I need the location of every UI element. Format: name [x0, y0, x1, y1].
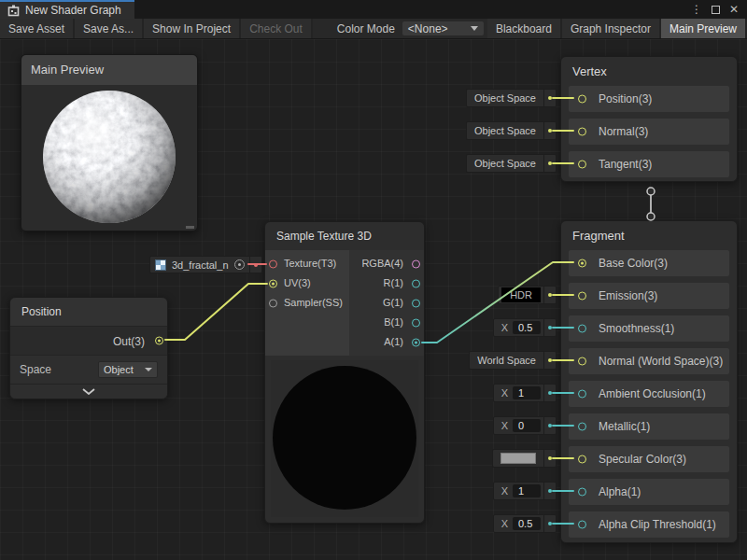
- port-b-output[interactable]: [412, 318, 420, 327]
- fragment-row-specular-color-label: Specular Color(3): [599, 453, 686, 466]
- specular-color-swatch[interactable]: [500, 453, 536, 464]
- collapse-preview-toggle[interactable]: [10, 384, 167, 399]
- graph-toolbar: Save Asset Save As... Show In Project Ch…: [0, 19, 747, 39]
- port-position-out[interactable]: [155, 337, 163, 345]
- alpha-value-field[interactable]: 1: [513, 484, 541, 497]
- ambient-occlusion-value-pill[interactable]: X 1: [493, 384, 557, 402]
- main-preview-viewport[interactable]: [21, 85, 197, 231]
- port-alpha-clip-threshold[interactable]: [578, 521, 586, 529]
- output-row-g[interactable]: G(1): [349, 293, 424, 313]
- vertex-fragment-connector[interactable]: [647, 188, 655, 220]
- fragment-row-normal-ws[interactable]: Normal (World Space)(3): [569, 348, 729, 374]
- port-tangent[interactable]: [578, 161, 586, 169]
- blackboard-toggle-button[interactable]: Blackboard: [487, 19, 562, 38]
- output-g-label: G(1): [383, 297, 403, 308]
- input-row-texture[interactable]: Texture(T3): [265, 254, 349, 273]
- smoothness-value-field[interactable]: 0.5: [513, 321, 541, 334]
- port-texture-input[interactable]: [269, 259, 277, 268]
- shader-graph-icon: [7, 5, 20, 17]
- metallic-value-pill[interactable]: X 0: [493, 416, 557, 435]
- port-sampler-input[interactable]: [269, 299, 277, 307]
- port-g-output[interactable]: [412, 299, 420, 307]
- port-r-output[interactable]: [412, 279, 420, 287]
- fragment-row-emission-label: Emission(3): [599, 289, 657, 302]
- vertex-row-position[interactable]: Position(3): [569, 86, 729, 112]
- vertex-row-tangent[interactable]: Tangent(3): [569, 151, 729, 177]
- port-ambient-occlusion[interactable]: [578, 390, 586, 399]
- position-space-pill[interactable]: Object Space: [466, 89, 557, 107]
- close-icon[interactable]: ✕: [726, 2, 741, 17]
- fragment-row-normal-ws-label: Normal (World Space)(3): [599, 355, 723, 368]
- normal-space-pill-fragment[interactable]: World Space: [469, 351, 557, 370]
- dropdown-arrow-icon: [471, 26, 478, 31]
- alpha-value-pill[interactable]: X 1: [493, 482, 557, 500]
- vertex-node-title: Vertex: [561, 57, 737, 86]
- specular-color-pill[interactable]: [492, 449, 557, 468]
- space-dropdown[interactable]: Object: [98, 361, 158, 378]
- fragment-row-alpha-clip[interactable]: Alpha Clip Threshold(1): [569, 511, 729, 538]
- port-normal[interactable]: [578, 128, 586, 136]
- world-space-pill-label: World Space: [470, 355, 543, 366]
- save-as-button[interactable]: Save As...: [75, 19, 144, 38]
- output-row-a[interactable]: A(1): [349, 332, 424, 352]
- normal-space-pill[interactable]: Object Space: [466, 121, 557, 140]
- port-specular-color[interactable]: [578, 455, 586, 464]
- fragment-row-smoothness[interactable]: Smoothness(1): [569, 315, 729, 342]
- chevron-down-icon: [82, 388, 95, 395]
- smoothness-value-pill[interactable]: X 0.5: [493, 318, 557, 337]
- fragment-row-base-color[interactable]: Base Color(3): [569, 250, 729, 276]
- output-row-b[interactable]: B(1): [349, 313, 424, 332]
- port-metallic[interactable]: [578, 423, 586, 431]
- metallic-value-field[interactable]: 0: [513, 419, 541, 432]
- sample-texture-3d-title: Sample Texture 3D: [265, 222, 424, 250]
- fragment-row-ambient-occlusion[interactable]: Ambient Occlusion(1): [569, 381, 729, 407]
- vertex-row-normal[interactable]: Normal(3): [569, 119, 729, 145]
- main-preview-header[interactable]: Main Preview: [21, 55, 197, 85]
- port-uv-input[interactable]: [269, 279, 277, 287]
- color-mode-dropdown[interactable]: <None>: [402, 21, 484, 35]
- tab-shader-graph[interactable]: New Shader Graph: [0, 0, 134, 19]
- resize-handle[interactable]: [186, 226, 194, 229]
- port-normal-world-space[interactable]: [578, 357, 586, 366]
- maximize-icon[interactable]: [708, 2, 723, 17]
- edge-position-out-to-uv[interactable]: [165, 284, 267, 340]
- alpha-clip-value-field[interactable]: 0.5: [513, 517, 541, 530]
- port-a-output[interactable]: [412, 338, 420, 346]
- kebab-menu-icon[interactable]: ⋮: [689, 2, 704, 17]
- main-preview-toggle-button[interactable]: Main Preview: [661, 19, 747, 38]
- hdr-color-swatch[interactable]: HDR: [501, 287, 541, 302]
- graph-inspector-toggle-button[interactable]: Graph Inspector: [562, 19, 661, 38]
- graph-canvas[interactable]: Main Preview: [0, 39, 747, 560]
- x-component-label: X: [494, 420, 513, 431]
- output-row-rgba[interactable]: RGBA(4): [349, 254, 424, 273]
- fragment-row-specular-color[interactable]: Specular Color(3): [569, 446, 729, 472]
- port-smoothness[interactable]: [578, 325, 586, 333]
- port-base-color[interactable]: [578, 259, 586, 268]
- alpha-clip-value-pill[interactable]: X 0.5: [493, 514, 557, 533]
- output-row-r[interactable]: R(1): [349, 273, 424, 293]
- fragment-row-emission[interactable]: Emission(3): [569, 283, 729, 309]
- save-asset-button[interactable]: Save Asset: [0, 19, 75, 38]
- space-label: Space: [20, 363, 51, 376]
- port-position[interactable]: [578, 95, 586, 104]
- input-row-uv[interactable]: UV(3): [265, 273, 349, 293]
- port-alpha[interactable]: [578, 488, 586, 497]
- vertex-row-position-label: Position(3): [599, 92, 652, 105]
- sample-texture-3d-node[interactable]: Sample Texture 3D Texture(T3) UV(3) Samp…: [264, 221, 425, 524]
- position-out-row[interactable]: Out(3): [10, 326, 167, 356]
- input-row-sampler[interactable]: Sampler(SS): [265, 293, 349, 313]
- fragment-node[interactable]: Fragment Base Color(3) Emission(3) Smoot…: [560, 220, 738, 543]
- texture-asset-field[interactable]: 3d_fractal_n: [149, 256, 262, 273]
- port-emission[interactable]: [578, 292, 586, 301]
- fragment-row-metallic[interactable]: Metallic(1): [569, 413, 729, 440]
- x-component-label: X: [494, 322, 513, 333]
- vertex-node[interactable]: Vertex Position(3) Normal(3) Tangent(3): [560, 56, 738, 182]
- show-in-project-button[interactable]: Show In Project: [144, 19, 241, 38]
- input-uv-label: UV(3): [284, 277, 311, 288]
- object-picker-icon[interactable]: [234, 259, 245, 270]
- position-node[interactable]: Position Out(3) Space Object: [9, 297, 168, 399]
- tangent-space-pill[interactable]: Object Space: [466, 154, 557, 173]
- port-rgba-output[interactable]: [412, 259, 420, 268]
- fragment-row-alpha[interactable]: Alpha(1): [569, 479, 729, 505]
- ambient-occlusion-value-field[interactable]: 1: [513, 386, 541, 399]
